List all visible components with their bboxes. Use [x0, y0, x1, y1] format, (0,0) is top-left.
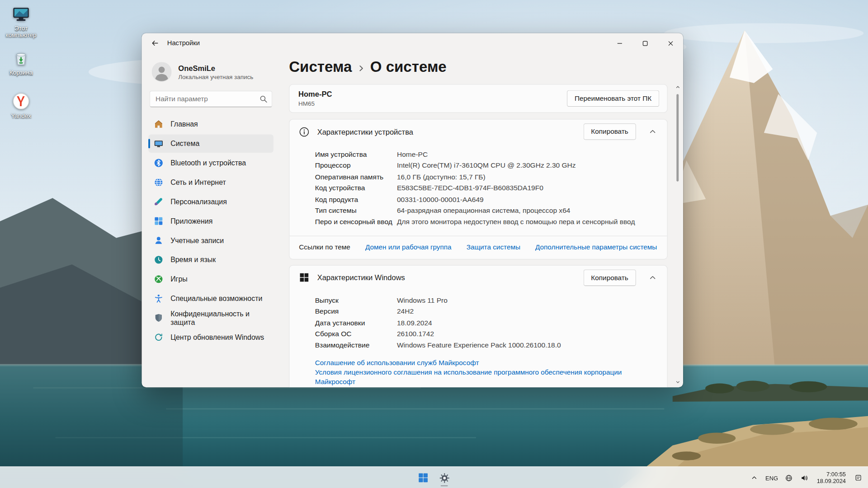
- sidebar-item-bluetooth[interactable]: Bluetooth и устройства: [148, 154, 274, 172]
- device-model: HM65: [298, 100, 332, 107]
- vertical-scrollbar[interactable]: [675, 85, 680, 384]
- spec-row: Взаимодействие Windows Feature Experienc…: [315, 340, 658, 351]
- sidebar-item-label: Время и язык: [170, 256, 216, 264]
- titlebar: Настройки: [142, 33, 683, 53]
- taskbar-settings-button[interactable]: [435, 469, 453, 487]
- spec-value: E583C5BE-7EDC-4DB1-974F-B60835DA19F0: [397, 183, 658, 194]
- domain-workgroup-link[interactable]: Домен или рабочая группа: [365, 244, 452, 251]
- window-title: Настройки: [167, 39, 200, 47]
- collapse-device-specs-button[interactable]: [644, 123, 661, 140]
- network-globe-icon: [785, 474, 793, 482]
- breadcrumb: Система О системе: [289, 59, 683, 76]
- spec-row: Выпуск Windows 11 Pro: [315, 295, 658, 306]
- privacy-icon: [154, 313, 163, 323]
- settings-sidebar: OneSmiLe Локальная учетная запись Главна…: [142, 53, 280, 388]
- time-language-icon: [154, 255, 163, 264]
- sidebar-item-apps[interactable]: Приложения: [148, 212, 274, 230]
- sidebar-item-windows-update[interactable]: Центр обновления Windows: [148, 328, 274, 346]
- services-agreement-link[interactable]: Соглашение об использовании служб Майкро…: [315, 358, 634, 368]
- sidebar-item-label: Главная: [170, 120, 198, 128]
- minimize-button[interactable]: [607, 33, 632, 53]
- sidebar-item-accounts[interactable]: Учетные записи: [148, 231, 274, 249]
- spec-label: Код устройства: [315, 183, 397, 194]
- sidebar-item-label: Сеть и Интернет: [170, 178, 226, 186]
- sidebar-item-personalization[interactable]: Персонализация: [148, 192, 274, 211]
- windows-update-icon: [154, 333, 163, 342]
- search-icon: [259, 95, 267, 103]
- desktop-icon-label: Этот компьютер: [0, 25, 42, 38]
- sidebar-item-privacy[interactable]: Конфиденциальность и защита: [148, 309, 274, 327]
- close-button[interactable]: [658, 33, 683, 53]
- advanced-system-settings-link[interactable]: Дополнительные параметры системы: [535, 244, 657, 251]
- spec-value: 18.09.2024: [397, 317, 658, 328]
- spec-label: Сборка ОС: [315, 328, 397, 340]
- spec-label: Взаимодействие: [315, 340, 397, 351]
- tray-time: 7:00:55: [826, 471, 846, 477]
- spec-row: Перо и сенсорный ввод Для этого монитора…: [315, 216, 658, 228]
- tray-network-button[interactable]: [783, 469, 796, 486]
- info-icon: [299, 127, 309, 137]
- spec-value: Для этого монитора недоступен ввод с пом…: [397, 216, 658, 228]
- sidebar-item-accessibility[interactable]: Специальные возможности: [148, 289, 274, 307]
- chevron-up-icon: [649, 274, 656, 281]
- sidebar-item-time-language[interactable]: Время и язык: [148, 251, 274, 269]
- scroll-up-icon[interactable]: [676, 85, 680, 89]
- bluetooth-icon: [154, 158, 163, 168]
- device-specs-card: Характеристики устройства Копировать Имя…: [289, 119, 668, 259]
- related-links-label: Ссылки по теме: [299, 244, 350, 251]
- start-button[interactable]: [414, 469, 432, 487]
- page-title: О системе: [370, 59, 447, 76]
- accounts-icon: [154, 236, 163, 245]
- sidebar-item-label: Система: [170, 140, 199, 148]
- collapse-windows-specs-button[interactable]: [644, 269, 661, 286]
- sidebar-item-gaming[interactable]: Игры: [148, 270, 274, 288]
- spec-row: Версия 24H2: [315, 306, 658, 317]
- spec-label: Версия: [315, 306, 397, 317]
- copy-device-specs-button[interactable]: Копировать: [583, 123, 636, 140]
- home-icon: [154, 119, 163, 129]
- breadcrumb-root[interactable]: Система: [289, 59, 352, 76]
- chevron-right-icon: [358, 65, 365, 72]
- tray-notification-button[interactable]: [851, 469, 864, 486]
- spec-label: Оперативная память: [315, 171, 397, 183]
- rename-pc-button[interactable]: Переименовать этот ПК: [567, 90, 659, 107]
- spec-label: Процессор: [315, 160, 397, 171]
- copy-windows-specs-button[interactable]: Копировать: [583, 269, 636, 286]
- sidebar-item-label: Персонализация: [170, 197, 227, 206]
- user-name: OneSmiLe: [178, 64, 253, 72]
- sidebar-item-system[interactable]: Система: [148, 135, 274, 153]
- spec-label: Дата установки: [315, 317, 397, 328]
- tray-hidden-icons-button[interactable]: [748, 469, 761, 486]
- sidebar-item-network[interactable]: Сеть и Интернет: [148, 173, 274, 191]
- desktop-icon-yandex[interactable]: Yandex: [0, 92, 42, 119]
- user-account[interactable]: OneSmiLe Локальная учетная запись: [148, 59, 274, 90]
- maximize-button[interactable]: [632, 33, 657, 53]
- sidebar-item-label: Центр обновления Windows: [170, 333, 264, 341]
- desktop-icon-this-pc[interactable]: Этот компьютер: [0, 5, 42, 38]
- scrollbar-thumb[interactable]: [676, 94, 679, 181]
- system-protection-link[interactable]: Защита системы: [467, 244, 520, 251]
- tray-volume-button[interactable]: [798, 469, 811, 486]
- scroll-down-icon[interactable]: [676, 380, 680, 384]
- gaming-icon: [154, 274, 163, 284]
- sidebar-item-label: Приложения: [170, 217, 212, 225]
- back-button[interactable]: [146, 36, 164, 51]
- sidebar-item-home[interactable]: Главная: [148, 115, 274, 133]
- license-terms-link[interactable]: Условия лицензионного соглашения на испо…: [315, 368, 634, 387]
- spec-value: 26100.1742: [397, 328, 658, 340]
- sidebar-item-label: Учетные записи: [170, 236, 224, 244]
- spec-label: Перо и сенсорный ввод: [315, 216, 397, 228]
- license-links: Соглашение об использовании служб Майкро…: [289, 355, 667, 387]
- tray-clock[interactable]: 7:00:55 18.09.2024: [813, 469, 849, 486]
- search-input[interactable]: [150, 91, 273, 108]
- windows-specs-table: Выпуск Windows 11 Pro Версия 24H2 Дата у…: [289, 290, 667, 354]
- spec-row: Оперативная память 16,0 ГБ (доступно: 15…: [315, 171, 658, 183]
- windows-specs-card: Характеристики Windows Копировать Выпуск…: [289, 265, 668, 387]
- windows-start-icon: [418, 473, 428, 483]
- desktop-icon-label: Yandex: [11, 113, 31, 119]
- desktop-icon-recycle-bin[interactable]: Корзина: [0, 49, 42, 76]
- tray-language-indicator[interactable]: ENG: [763, 469, 780, 486]
- spec-row: Код продукта 00331-10000-00001-AA649: [315, 194, 658, 205]
- system-tray: ENG 7:00:55 18.09.2024: [748, 467, 865, 488]
- settings-window: Настройки: [142, 33, 683, 387]
